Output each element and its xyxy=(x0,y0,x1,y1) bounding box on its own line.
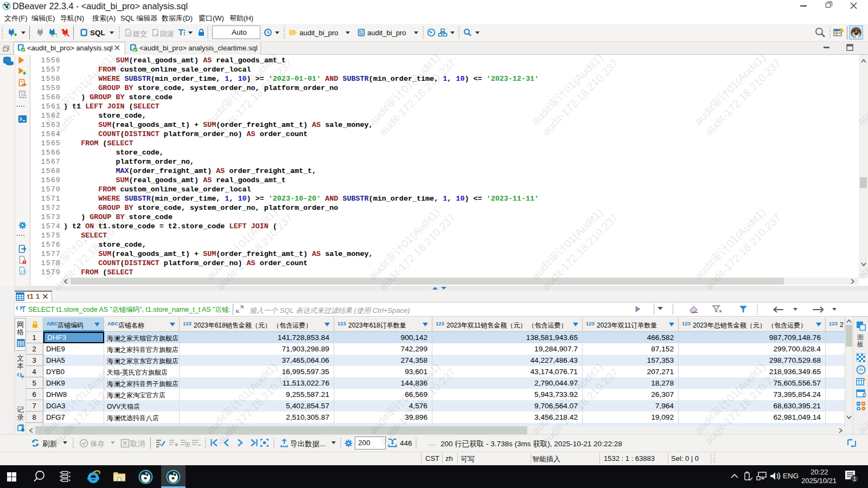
svg-text:(x): (x) xyxy=(21,269,27,274)
svg-text:1: 1 xyxy=(853,476,857,482)
